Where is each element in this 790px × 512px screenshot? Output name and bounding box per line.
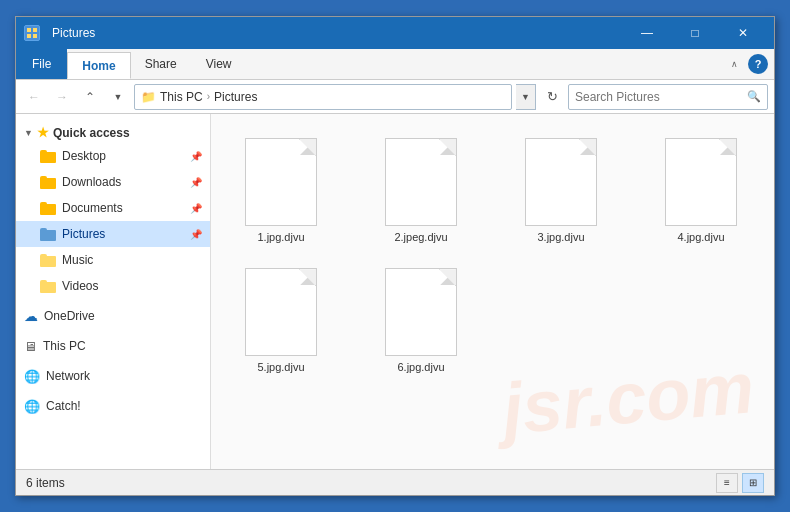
quick-access-chevron: ▼ — [24, 128, 33, 138]
network-section: 🌐 Network — [16, 363, 210, 389]
onedrive-section: ☁ OneDrive — [16, 303, 210, 329]
file-item[interactable]: 2.jpeg.djvu — [371, 134, 471, 248]
maximize-button[interactable]: □ — [672, 19, 718, 47]
close-button[interactable]: ✕ — [720, 19, 766, 47]
catch-label: Catch! — [46, 399, 81, 413]
recent-locations-button[interactable]: ▼ — [106, 85, 130, 109]
content-area: jsr.com 1.jpg.djvu 2.jpeg.djvu 3.jpg.djv… — [211, 114, 774, 469]
this-pc-icon: 🖥 — [24, 339, 37, 354]
sidebar-item-videos[interactable]: Videos — [16, 273, 210, 299]
file-name: 4.jpg.djvu — [677, 230, 724, 244]
tab-file[interactable]: File — [16, 49, 67, 79]
svg-rect-2 — [27, 34, 31, 38]
file-fold — [440, 269, 456, 285]
file-name: 6.jpg.djvu — [397, 360, 444, 374]
videos-folder-icon — [40, 280, 56, 293]
view-buttons: ≡ ⊞ — [716, 473, 764, 493]
search-box[interactable]: 🔍 — [568, 84, 768, 110]
sidebar-item-network[interactable]: 🌐 Network — [16, 363, 210, 389]
tab-share[interactable]: Share — [131, 49, 192, 79]
path-this-pc[interactable]: This PC — [160, 90, 203, 104]
forward-button[interactable]: → — [50, 85, 74, 109]
sidebar-item-catch[interactable]: 🌐 Catch! — [16, 393, 210, 419]
quick-access-header[interactable]: ▼ ★ Quick access — [16, 122, 210, 143]
desktop-folder-icon — [40, 150, 56, 163]
downloads-label: Downloads — [62, 175, 121, 189]
file-icon — [665, 138, 737, 226]
back-button[interactable]: ← — [22, 85, 46, 109]
this-pc-label: This PC — [43, 339, 86, 353]
file-fold — [300, 139, 316, 155]
file-name: 3.jpg.djvu — [537, 230, 584, 244]
file-item[interactable]: 1.jpg.djvu — [231, 134, 331, 248]
file-fold — [300, 269, 316, 285]
pictures-label: Pictures — [62, 227, 105, 241]
sidebar-item-downloads[interactable]: Downloads 📌 — [16, 169, 210, 195]
sidebar-item-onedrive[interactable]: ☁ OneDrive — [16, 303, 210, 329]
sidebar: ▼ ★ Quick access Desktop 📌 Downloads 📌 D… — [16, 114, 211, 469]
file-name: 5.jpg.djvu — [257, 360, 304, 374]
file-fold — [580, 139, 596, 155]
explorer-window: Pictures — □ ✕ File Home Share View ∧ ? … — [15, 16, 775, 496]
sidebar-item-pictures[interactable]: Pictures 📌 — [16, 221, 210, 247]
file-icon — [385, 268, 457, 356]
window-icon — [24, 25, 40, 41]
address-dropdown-button[interactable]: ▼ — [516, 84, 536, 110]
up-chevron-icon[interactable]: ⌃ — [78, 85, 102, 109]
address-bar: ← → ⌃ ▼ 📁 This PC › Pictures ▼ ↻ 🔍 — [16, 80, 774, 114]
network-icon: 🌐 — [24, 369, 40, 384]
ribbon-collapse-icon[interactable]: ∧ — [724, 54, 744, 74]
sidebar-item-music[interactable]: Music — [16, 247, 210, 273]
search-icon[interactable]: 🔍 — [747, 90, 761, 103]
file-icon — [245, 268, 317, 356]
network-label: Network — [46, 369, 90, 383]
svg-rect-3 — [33, 34, 37, 38]
quick-access-section: ▼ ★ Quick access Desktop 📌 Downloads 📌 D… — [16, 122, 210, 299]
file-fold — [440, 139, 456, 155]
desktop-label: Desktop — [62, 149, 106, 163]
title-bar: Pictures — □ ✕ — [16, 17, 774, 49]
quick-access-label: Quick access — [53, 126, 130, 140]
search-input[interactable] — [575, 90, 743, 104]
sidebar-item-this-pc[interactable]: 🖥 This PC — [16, 333, 210, 359]
title-bar-icons — [24, 25, 40, 41]
downloads-folder-icon — [40, 176, 56, 189]
tab-view[interactable]: View — [192, 49, 247, 79]
music-label: Music — [62, 253, 93, 267]
icons-view-button[interactable]: ⊞ — [742, 473, 764, 493]
svg-rect-0 — [27, 28, 31, 32]
path-pictures[interactable]: Pictures — [214, 90, 257, 104]
sidebar-item-desktop[interactable]: Desktop 📌 — [16, 143, 210, 169]
sidebar-item-documents[interactable]: Documents 📌 — [16, 195, 210, 221]
file-item[interactable]: 4.jpg.djvu — [651, 134, 751, 248]
file-icon — [525, 138, 597, 226]
refresh-button[interactable]: ↻ — [540, 85, 564, 109]
item-count: 6 items — [26, 476, 65, 490]
catch-section: 🌐 Catch! — [16, 393, 210, 419]
catch-icon: 🌐 — [24, 399, 40, 414]
ribbon-tabs: File Home Share View ∧ ? — [16, 49, 774, 79]
details-view-button[interactable]: ≡ — [716, 473, 738, 493]
file-name: 2.jpeg.djvu — [394, 230, 447, 244]
file-icon — [245, 138, 317, 226]
files-grid: 1.jpg.djvu 2.jpeg.djvu 3.jpg.djvu 4.jpg.… — [221, 124, 764, 389]
pin-icon-documents: 📌 — [190, 203, 202, 214]
address-path[interactable]: 📁 This PC › Pictures — [134, 84, 512, 110]
minimize-button[interactable]: — — [624, 19, 670, 47]
file-item[interactable]: 6.jpg.djvu — [371, 264, 471, 378]
this-pc-section: 🖥 This PC — [16, 333, 210, 359]
tab-home[interactable]: Home — [67, 52, 130, 79]
file-item[interactable]: 3.jpg.djvu — [511, 134, 611, 248]
documents-label: Documents — [62, 201, 123, 215]
help-button[interactable]: ? — [748, 54, 768, 74]
path-separator: › — [207, 91, 210, 102]
music-folder-icon — [40, 254, 56, 267]
quick-access-star-icon: ★ — [37, 125, 49, 140]
onedrive-icon: ☁ — [24, 308, 38, 324]
window-title: Pictures — [48, 26, 624, 40]
documents-folder-icon — [40, 202, 56, 215]
ribbon-right: ∧ ? — [724, 49, 774, 79]
file-name: 1.jpg.djvu — [257, 230, 304, 244]
pictures-folder-icon — [40, 228, 56, 241]
file-item[interactable]: 5.jpg.djvu — [231, 264, 331, 378]
